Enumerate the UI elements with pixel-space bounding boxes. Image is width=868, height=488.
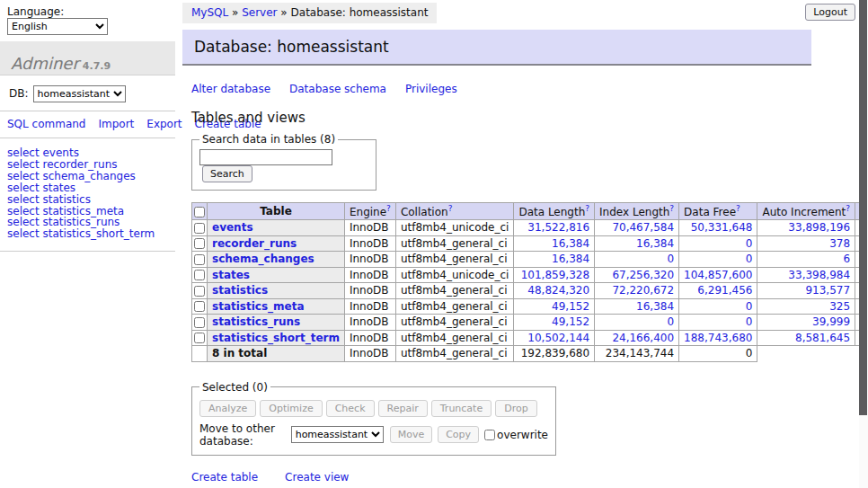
selected-buttons: AnalyzeOptimizeCheckRepairTruncateDrop [199, 400, 548, 417]
data-free-link[interactable]: 0 [746, 253, 753, 265]
sidebar-action-link[interactable]: SQL command [7, 118, 85, 130]
index-length-cell: 67,256,320 [595, 267, 679, 283]
help-link[interactable]: ? [669, 204, 674, 213]
row-checkbox[interactable] [194, 301, 205, 312]
index-length-link[interactable]: 67,256,320 [612, 269, 674, 281]
table-name-link[interactable]: schema_changes [212, 253, 314, 265]
index-length-link[interactable]: 24,166,400 [612, 332, 674, 344]
index-length-link[interactable]: 72,220,672 [612, 284, 674, 297]
auto-increment-link[interactable]: 325 [829, 300, 850, 313]
data-length-link[interactable]: 48,824,320 [527, 284, 589, 297]
total-row: 8 in totalInnoDButf8mb4_general_ci192,83… [192, 346, 868, 362]
sidebar-select-link[interactable]: select recorder_runs [7, 159, 168, 171]
data-length-link[interactable]: 16,384 [552, 237, 589, 250]
optimize-button[interactable]: Optimize [260, 400, 322, 417]
auto-increment-link[interactable]: 39,999 [812, 315, 850, 328]
table-name-link[interactable]: statistics_meta [212, 300, 305, 313]
data-free-link[interactable]: 188,743,680 [684, 332, 752, 344]
row-checkbox[interactable] [194, 223, 205, 234]
index-length-link[interactable]: 0 [667, 253, 674, 265]
create-table-link[interactable]: Create table [191, 471, 258, 484]
help-link[interactable]: ? [846, 204, 850, 213]
row-checkbox[interactable] [194, 333, 205, 343]
create-view-link[interactable]: Create view [285, 471, 349, 484]
db-action-link[interactable]: Database schema [289, 83, 386, 95]
table-name-link[interactable]: statistics [212, 284, 268, 297]
row-checkbox[interactable] [194, 286, 205, 297]
db-select[interactable]: homeassistant [33, 85, 126, 102]
index-length-link[interactable]: 70,467,584 [612, 221, 674, 234]
scrollbar-thumb[interactable] [859, 0, 867, 415]
index-length-link[interactable]: 0 [667, 315, 674, 328]
table-name-link[interactable]: statistics_runs [212, 315, 300, 328]
truncate-button[interactable]: Truncate [431, 400, 492, 417]
sidebar-select-link[interactable]: select states [7, 182, 168, 194]
table-name-link[interactable]: events [212, 221, 253, 234]
db-action-link[interactable]: Alter database [191, 83, 270, 95]
copy-button[interactable]: Copy [438, 426, 479, 443]
row-checkbox[interactable] [194, 270, 205, 280]
help-link[interactable]: ? [386, 204, 391, 213]
auto-increment-link[interactable]: 378 [829, 237, 850, 250]
index-length-link[interactable]: 16,384 [636, 300, 674, 313]
help-link[interactable]: ? [585, 204, 589, 213]
row-checkbox[interactable] [194, 254, 205, 265]
analyze-button[interactable]: Analyze [199, 400, 256, 417]
data-free-link[interactable]: 0 [746, 237, 753, 250]
data-length-link[interactable]: 49,152 [552, 315, 589, 328]
auto-increment-link[interactable]: 913,577 [805, 284, 850, 297]
row-checkbox[interactable] [194, 238, 205, 249]
auto-increment-cell: 33,398,984 [757, 267, 855, 283]
move-database-select[interactable]: homeassistant [291, 426, 384, 443]
data-free-link[interactable]: 104,857,600 [684, 269, 752, 281]
sidebar-select-link[interactable]: select statistics_short_term [7, 228, 168, 240]
auto-increment-link[interactable]: 6 [843, 253, 850, 265]
overwrite-checkbox[interactable] [484, 430, 495, 440]
sidebar-select-link[interactable]: select statistics [7, 194, 168, 206]
column-header: Index Length? [595, 203, 679, 220]
data-length-link[interactable]: 31,522,816 [527, 221, 589, 234]
language-select[interactable]: English [7, 18, 108, 35]
data-length-link[interactable]: 49,152 [552, 300, 589, 313]
logout-button[interactable]: Logout [805, 4, 855, 21]
help-link[interactable]: ? [448, 204, 453, 213]
column-header: Auto Increment? [757, 203, 855, 220]
breadcrumb-link[interactable]: MySQL [191, 6, 228, 19]
collation-cell: utf8mb4_general_ci [395, 235, 514, 252]
row-checkbox[interactable] [194, 317, 205, 328]
db-action-link[interactable]: Privileges [405, 83, 457, 95]
select-all-checkbox[interactable] [194, 207, 205, 217]
data-length-cell: 16,384 [514, 235, 595, 252]
sidebar-action-link[interactable]: Import [98, 118, 134, 130]
index-length-cell: 0 [595, 252, 679, 268]
data-free-link[interactable]: 50,331,648 [691, 221, 753, 234]
move-button[interactable]: Move [390, 426, 433, 443]
breadcrumb-link[interactable]: Server [242, 6, 277, 19]
auto-increment-link[interactable]: 8,581,645 [795, 332, 850, 344]
sidebar-action-link[interactable]: Export [146, 118, 182, 130]
auto-increment-link[interactable]: 33,398,984 [788, 269, 850, 281]
collation-cell: utf8mb4_general_ci [395, 298, 514, 315]
help-link[interactable]: ? [736, 204, 740, 213]
row-checkbox-cell [192, 330, 208, 346]
repair-button[interactable]: Repair [378, 400, 428, 417]
auto-increment-link[interactable]: 33,898,196 [788, 221, 850, 234]
table-name-link[interactable]: statistics_short_term [212, 332, 340, 344]
scrollbar-track[interactable] [859, 0, 868, 488]
data-free-link[interactable]: 0 [746, 315, 753, 328]
data-free-link[interactable]: 0 [746, 300, 753, 313]
index-length-link[interactable]: 16,384 [636, 237, 674, 250]
search-input[interactable] [199, 149, 332, 165]
sidebar-select-link[interactable]: select schema_changes [7, 171, 168, 182]
drop-button[interactable]: Drop [495, 400, 536, 417]
sidebar-select-link[interactable]: select events [7, 147, 168, 159]
search-button[interactable]: Search [202, 165, 252, 182]
data-length-link[interactable]: 10,502,144 [527, 332, 589, 344]
data-free-link[interactable]: 6,291,456 [697, 284, 752, 297]
data-length-link[interactable]: 16,384 [552, 253, 589, 265]
data-length-link[interactable]: 101,859,328 [521, 269, 589, 281]
check-button[interactable]: Check [326, 400, 375, 417]
table-name-link[interactable]: states [212, 269, 250, 281]
index-length-cell: 24,166,400 [595, 330, 679, 346]
table-name-link[interactable]: recorder_runs [212, 237, 297, 250]
